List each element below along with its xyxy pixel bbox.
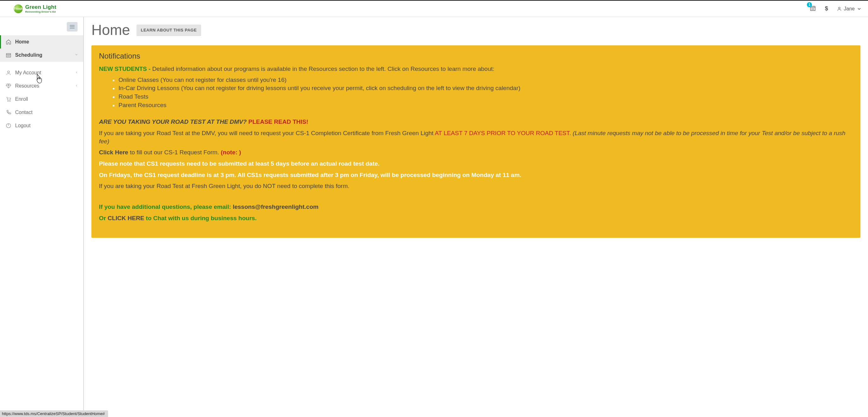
cart-icon	[6, 96, 11, 102]
chat-rest: to Chat with us during business hours.	[144, 215, 257, 221]
sidebar-label: My Account	[15, 70, 75, 75]
svg-point-17	[8, 55, 9, 56]
menu-icon	[69, 25, 75, 29]
dmv-question: ARE YOU TAKING YOUR ROAD TEST AT THE DMV…	[99, 119, 248, 125]
white-note-2: On Fridays, the CS1 request deadline is …	[99, 171, 853, 179]
email-para: If you have additional questions, please…	[99, 203, 853, 211]
notifications-title: Notifications	[99, 52, 853, 61]
svg-point-16	[7, 55, 8, 56]
dmv-question-para: ARE YOU TAKING YOUR ROAD TEST AT THE DMV…	[99, 118, 853, 126]
or-text: Or	[99, 215, 107, 221]
svg-point-24	[9, 101, 10, 101]
svg-point-18	[9, 55, 10, 56]
learn-about-button[interactable]: LEARN ABOUT THIS PAGE	[136, 25, 201, 36]
svg-point-21	[9, 56, 10, 56]
sidebar-label: Home	[15, 39, 77, 45]
calendar-icon	[6, 52, 11, 58]
sidebar-nav: Home Scheduling My Account	[0, 35, 83, 132]
sidebar-item-my-account[interactable]: My Account	[0, 66, 83, 79]
svg-point-20	[8, 56, 9, 56]
title-row: Home LEARN ABOUT THIS PAGE	[91, 22, 861, 38]
user-icon	[6, 70, 11, 75]
power-icon	[6, 123, 11, 128]
list-item: Road Tests	[113, 93, 853, 101]
svg-point-6	[814, 8, 814, 8]
svg-point-23	[7, 101, 8, 101]
status-bar-link: https://www.tds.ms/CentralizeSP/Student/…	[0, 410, 108, 417]
sidebar-label: Enroll	[15, 96, 77, 102]
home-icon	[6, 39, 11, 45]
user-name: Jane	[844, 6, 855, 12]
email-pre: If you have additional questions, please…	[99, 203, 232, 210]
notifications-panel: Notifications NEW STUDENTS - Detailed in…	[91, 45, 861, 238]
dmv-read-this: PLEASE READ THIS!	[248, 119, 308, 125]
sidebar-item-home[interactable]: Home	[0, 35, 83, 49]
svg-point-10	[839, 7, 840, 8]
topbar-right: 1 $ Jane	[810, 5, 862, 12]
svg-point-22	[7, 71, 9, 73]
cs1-text-b: AT LEAST 7 DAYS PRIOR TO YOUR ROAD TEST	[435, 130, 569, 136]
white-note-1: Please note that CS1 requests need to be…	[99, 160, 853, 168]
list-item: In-Car Driving Lessons (You can not regi…	[113, 85, 853, 92]
new-students-para: NEW STUDENTS - Detailed information abou…	[99, 65, 853, 73]
list-item: Online Classes (You can not register for…	[113, 76, 853, 84]
sidebar-label: Contact	[15, 109, 77, 115]
topbar: Fresh Green Light Reinventing Driver's E…	[0, 0, 868, 17]
new-students-label: NEW STUDENTS -	[99, 65, 151, 72]
chevron-down-icon	[75, 53, 78, 57]
user-menu[interactable]: Jane	[837, 6, 862, 12]
chevron-left-icon	[75, 70, 78, 75]
brand-title: Green Light	[25, 4, 56, 10]
svg-point-9	[814, 9, 814, 9]
sidebar-item-resources[interactable]: Resources	[0, 79, 83, 93]
chevron-down-icon	[857, 6, 862, 11]
sidebar-item-scheduling[interactable]: Scheduling	[0, 49, 83, 62]
brand-logo-icon: Fresh	[14, 4, 23, 13]
sidebar-item-contact[interactable]: Contact	[0, 106, 83, 119]
brand-text: Green Light Reinventing Driver's Ed	[25, 4, 56, 13]
diamond-icon	[6, 83, 11, 89]
spacer	[77, 40, 78, 44]
sidebar-item-enroll[interactable]: Enroll	[0, 93, 83, 106]
click-here-link[interactable]: Click Here	[99, 149, 128, 156]
note-text: (note: )	[221, 149, 241, 156]
click-here-para: Click Here to fill out our CS-1 Request …	[99, 148, 853, 157]
user-icon	[837, 6, 842, 11]
phone-icon	[6, 109, 11, 115]
chat-para: Or CLICK HERE to Chat with us during bus…	[99, 214, 853, 222]
cs1-text-c: .	[569, 130, 573, 136]
list-item: Parent Resources	[113, 101, 853, 109]
new-students-body: Detailed information about our programs …	[151, 65, 495, 72]
sidebar: Home Scheduling My Account	[0, 17, 84, 417]
chevron-left-icon	[75, 84, 78, 88]
fgl-test-para: If you are taking your Road Test at Fres…	[99, 182, 853, 190]
brand-subtitle: Reinventing Driver's Ed	[25, 11, 56, 13]
svg-point-19	[7, 56, 8, 56]
cs1-para: If you are taking your Road Test at the …	[99, 129, 853, 145]
sidebar-item-logout[interactable]: Logout	[0, 119, 83, 132]
sidebar-label: Logout	[15, 123, 77, 128]
click-here-rest: to fill out our CS-1 Request Form.	[128, 149, 221, 156]
click-here-chat-link[interactable]: CLICK HERE	[107, 215, 144, 221]
sidebar-label: Scheduling	[15, 52, 75, 58]
email-link[interactable]: lessons@freshgreenlight.com	[232, 203, 318, 210]
sidebar-toggle-button[interactable]	[67, 22, 78, 32]
page-title: Home	[91, 22, 130, 38]
calendar-badge: 1	[807, 2, 812, 7]
svg-point-8	[813, 9, 813, 9]
sidebar-label: Resources	[15, 83, 75, 89]
programs-list: Online Classes (You can not register for…	[113, 76, 853, 109]
cs1-text-a: If you are taking your Road Test at the …	[99, 130, 435, 136]
brand[interactable]: Fresh Green Light Reinventing Driver's E…	[14, 4, 56, 13]
sidebar-submenu-peek	[0, 62, 83, 66]
calendar-button[interactable]: 1	[810, 5, 816, 12]
billing-button[interactable]: $	[825, 5, 828, 12]
main-content: Home LEARN ABOUT THIS PAGE Notifications…	[84, 17, 868, 417]
svg-point-5	[813, 8, 813, 8]
